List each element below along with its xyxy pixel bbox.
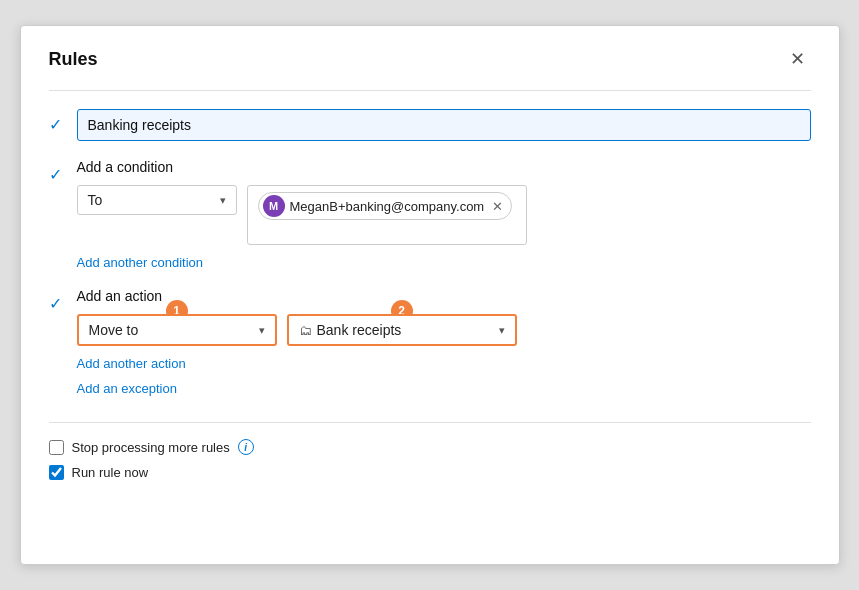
footer-section: Stop processing more rules i Run rule no…	[49, 422, 811, 480]
condition-dropdown[interactable]: To ▾	[77, 185, 237, 215]
dialog-title: Rules	[49, 49, 98, 70]
email-tag: M MeganB+banking@company.com ✕	[258, 192, 513, 220]
action-label: Add an action	[77, 288, 811, 304]
info-icon[interactable]: i	[238, 439, 254, 455]
run-rule-row: Run rule now	[49, 465, 811, 480]
condition-label: Add a condition	[77, 159, 811, 175]
folder-dropdown-value: Bank receipts	[317, 322, 491, 338]
close-button[interactable]: ✕	[784, 46, 811, 72]
stop-processing-checkbox[interactable]	[49, 440, 64, 455]
action-dropdown[interactable]: Move to ▾	[77, 314, 277, 346]
condition-content: Add a condition To ▾ M MeganB+banking@co…	[77, 159, 811, 270]
stop-processing-row: Stop processing more rules i	[49, 439, 811, 455]
add-condition-button[interactable]: Add another condition	[77, 255, 203, 270]
header-divider	[49, 90, 811, 91]
run-rule-checkbox[interactable]	[49, 465, 64, 480]
condition-section: ✓ Add a condition To ▾ M MeganB+banking@…	[49, 159, 811, 270]
action-dropdown-wrapper: 1 Move to ▾	[77, 314, 277, 346]
action-dropdown-chevron-icon: ▾	[259, 324, 265, 337]
condition-dropdown-value: To	[88, 192, 103, 208]
email-box[interactable]: M MeganB+banking@company.com ✕	[247, 185, 527, 245]
add-exception-button[interactable]: Add an exception	[77, 381, 177, 396]
rule-name-check-icon: ✓	[49, 115, 65, 134]
run-rule-label: Run rule now	[72, 465, 149, 480]
folder-dropdown-wrapper: 2 🗂 Bank receipts ▾	[287, 314, 517, 346]
condition-dropdown-chevron-icon: ▾	[220, 194, 226, 207]
action-dropdown-value: Move to	[89, 322, 139, 338]
avatar: M	[263, 195, 285, 217]
action-section: ✓ Add an action 1 Move to ▾ 2 🗂 Ban	[49, 288, 811, 396]
rule-name-content	[77, 109, 811, 141]
folder-icon: 🗂	[299, 323, 312, 338]
folder-dropdown-chevron-icon: ▾	[499, 324, 505, 337]
rule-name-section: ✓	[49, 109, 811, 141]
add-action-button[interactable]: Add another action	[77, 356, 186, 371]
condition-row: To ▾ M MeganB+banking@company.com ✕	[77, 185, 811, 245]
rule-name-input[interactable]	[77, 109, 811, 141]
rules-dialog: Rules ✕ ✓ ✓ Add a condition To ▾ M Megan…	[20, 25, 840, 565]
action-check-icon: ✓	[49, 294, 65, 313]
email-address: MeganB+banking@company.com	[290, 199, 485, 214]
folder-dropdown[interactable]: 🗂 Bank receipts ▾	[287, 314, 517, 346]
action-row: 1 Move to ▾ 2 🗂 Bank receipts ▾	[77, 314, 811, 346]
dialog-header: Rules ✕	[49, 46, 811, 72]
email-remove-icon[interactable]: ✕	[492, 199, 503, 214]
condition-check-icon: ✓	[49, 165, 65, 184]
stop-processing-label: Stop processing more rules	[72, 440, 230, 455]
action-content: Add an action 1 Move to ▾ 2 🗂 Bank recei…	[77, 288, 811, 396]
